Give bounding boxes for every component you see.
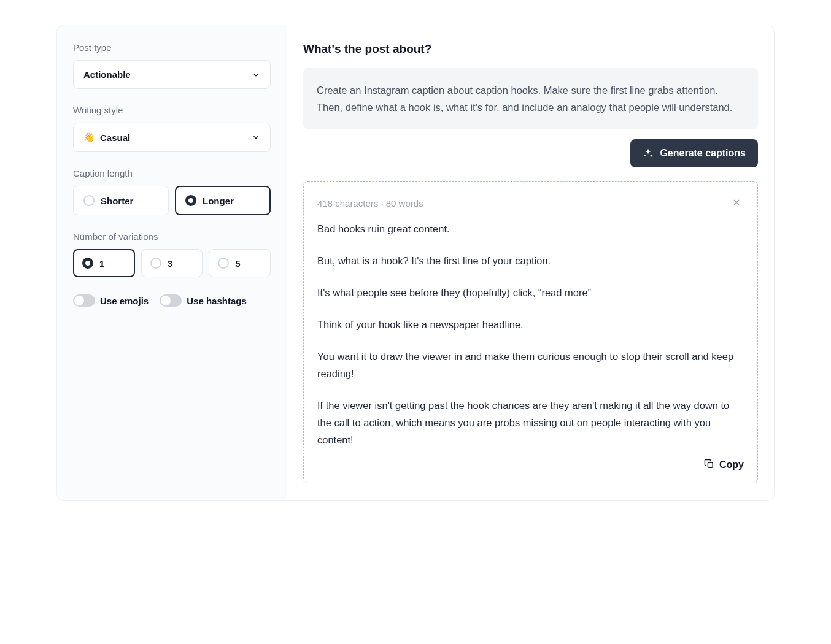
use-emojis-toggle-item: Use emojis	[73, 294, 149, 307]
radio-icon	[185, 195, 196, 206]
caption-length-label: Caption length	[73, 168, 271, 178]
result-paragraph: Think of your hook like a newspaper head…	[317, 316, 744, 333]
close-result-button[interactable]	[729, 195, 744, 212]
radio-icon	[82, 258, 93, 269]
post-type-select[interactable]: Actionable	[73, 60, 271, 89]
writing-style-label: Writing style	[73, 105, 271, 115]
writing-style-value: 👋 Casual	[83, 132, 130, 143]
main-content: What's the post about? Create an Instagr…	[287, 25, 774, 500]
prompt-input[interactable]: Create an Instagram caption about captio…	[303, 68, 758, 129]
variations-5[interactable]: 5	[209, 249, 271, 277]
post-type-value: Actionable	[83, 69, 131, 80]
radio-icon	[218, 258, 229, 269]
chevron-down-icon	[252, 133, 260, 142]
settings-sidebar: Post type Actionable Writing style 👋 Cas…	[57, 25, 287, 500]
caption-length-option-label: Longer	[203, 196, 234, 206]
caption-length-option-label: Shorter	[101, 196, 133, 206]
use-emojis-toggle[interactable]	[73, 294, 95, 307]
result-footer: Copy	[317, 459, 744, 472]
variations-1[interactable]: 1	[73, 249, 135, 277]
prompt-heading: What's the post about?	[303, 42, 758, 56]
generate-row: Generate captions	[303, 139, 758, 167]
result-body: Bad hooks ruin great content. But, what …	[317, 220, 744, 448]
generate-button-label: Generate captions	[660, 148, 746, 159]
use-emojis-label: Use emojis	[100, 296, 149, 306]
result-paragraph: Bad hooks ruin great content.	[317, 220, 744, 237]
copy-button[interactable]: Copy	[704, 459, 744, 472]
close-icon	[732, 197, 741, 209]
variations-option-label: 3	[168, 258, 172, 269]
variations-option-label: 5	[235, 258, 240, 269]
use-hashtags-label: Use hashtags	[187, 296, 247, 306]
result-meta: 418 characters · 80 words	[317, 198, 423, 209]
radio-icon	[83, 195, 95, 206]
copy-icon	[704, 459, 714, 472]
writing-style-select[interactable]: 👋 Casual	[73, 123, 271, 152]
toggles-row: Use emojis Use hashtags	[73, 294, 271, 307]
chevron-down-icon	[252, 71, 260, 79]
use-hashtags-toggle[interactable]	[160, 294, 182, 307]
result-paragraph: But, what is a hook? It's the first line…	[317, 252, 744, 269]
result-paragraph: You want it to draw the viewer in and ma…	[317, 348, 744, 382]
writing-style-text: Casual	[100, 132, 130, 143]
generate-captions-button[interactable]: Generate captions	[630, 139, 758, 167]
result-header: 418 characters · 80 words	[317, 195, 744, 212]
variations-option-label: 1	[99, 258, 104, 269]
copy-button-label: Copy	[719, 459, 744, 470]
wave-emoji-icon: 👋	[83, 132, 95, 143]
use-hashtags-toggle-item: Use hashtags	[160, 294, 247, 307]
caption-length-longer[interactable]: Longer	[175, 186, 271, 215]
caption-length-shorter[interactable]: Shorter	[73, 186, 169, 215]
sparkle-icon	[643, 148, 654, 159]
variations-group: 1 3 5	[73, 249, 271, 277]
radio-icon	[150, 258, 161, 269]
result-card: 418 characters · 80 words Bad hooks ruin…	[303, 181, 758, 483]
result-paragraph: If the viewer isn't getting past the hoo…	[317, 397, 744, 448]
result-paragraph: It's what people see before they (hopefu…	[317, 284, 744, 301]
svg-rect-2	[708, 462, 713, 467]
variations-3[interactable]: 3	[141, 249, 203, 277]
post-type-label: Post type	[73, 42, 271, 53]
variations-label: Number of variations	[73, 231, 271, 242]
caption-generator-panel: Post type Actionable Writing style 👋 Cas…	[56, 25, 775, 501]
caption-length-group: Shorter Longer	[73, 186, 271, 215]
